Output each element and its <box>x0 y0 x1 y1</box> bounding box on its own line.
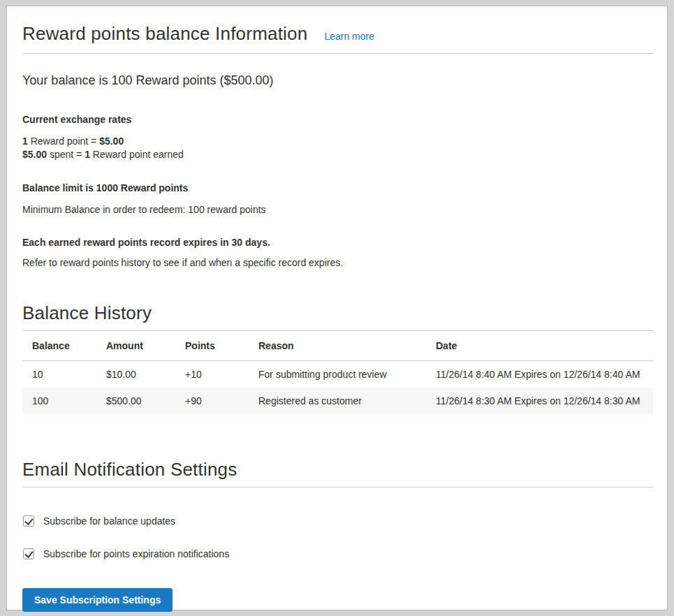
cell-amount: $500.00 <box>96 388 175 414</box>
exchange-rate-value: $5.00 <box>22 149 47 160</box>
exchange-rate-text: spent = <box>47 149 85 160</box>
column-header-amount: Amount <box>96 331 175 361</box>
cell-date: 11/26/14 8:30 AM Expires on 12/26/14 8:3… <box>426 388 653 414</box>
balance-updates-checkbox[interactable] <box>23 515 34 527</box>
exchange-rate-line-2: $5.00 spent = 1 Reward point earned <box>22 148 653 161</box>
exchange-rate-value: 1 <box>22 135 28 147</box>
exchange-rate-value: $5.00 <box>99 135 124 147</box>
balance-history-table: Balance Amount Points Reason Date 10 $10… <box>22 331 653 414</box>
minimum-balance-text: Minimum Balance in order to redeem: 100 … <box>22 204 653 215</box>
column-header-points: Points <box>175 331 249 361</box>
exchange-rates-heading: Current exchange rates <box>22 114 653 125</box>
cell-points: +90 <box>175 388 249 414</box>
cell-balance: 10 <box>22 361 96 388</box>
cell-date: 11/26/14 8:40 AM Expires on 12/26/14 8:4… <box>426 361 653 388</box>
expiration-notifications-label: Subscribe for points expiration notifica… <box>43 548 229 559</box>
balance-history-section: Balance History Balance Amount Points Re… <box>22 302 653 414</box>
column-header-date: Date <box>426 331 653 361</box>
exchange-rates-lines: 1 Reward point = $5.00 $5.00 spent = 1 R… <box>22 135 653 161</box>
save-subscription-settings-button[interactable]: Save Subscription Settings <box>22 588 173 612</box>
exchange-rate-line-1: 1 Reward point = $5.00 <box>22 135 653 148</box>
expiry-rule-text: Each earned reward points record expires… <box>22 237 653 248</box>
table-row: 10 $10.00 +10 For submitting product rev… <box>22 361 653 388</box>
balance-limit-text: Balance limit is 1000 Reward points <box>22 182 653 193</box>
balance-updates-option: Subscribe for balance updates <box>22 515 653 527</box>
expiration-notifications-option: Subscribe for points expiration notifica… <box>22 548 653 559</box>
page-header: Reward points balance Information Learn … <box>22 23 653 45</box>
exchange-rate-text: Reward point = <box>28 135 99 147</box>
balance-history-heading: Balance History <box>22 302 653 324</box>
cell-balance: 100 <box>22 388 96 414</box>
cell-reason: For submitting product review <box>249 361 426 388</box>
expiry-note-text: Refer to reward points history to see if… <box>22 257 653 268</box>
table-header-row: Balance Amount Points Reason Date <box>22 331 653 361</box>
header-divider <box>22 53 653 54</box>
learn-more-link[interactable]: Learn more <box>324 31 374 42</box>
cell-reason: Registered as customer <box>249 388 426 414</box>
exchange-rate-text: Reward point earned <box>90 149 184 160</box>
email-notification-heading: Email Notification Settings <box>22 459 653 481</box>
page-title: Reward points balance Information <box>22 23 307 45</box>
cell-amount: $10.00 <box>96 361 175 388</box>
table-row: 100 $500.00 +90 Registered as customer 1… <box>22 388 653 414</box>
balance-updates-label: Subscribe for balance updates <box>43 515 175 527</box>
reward-points-panel: Reward points balance Information Learn … <box>6 6 668 610</box>
balance-summary: Your balance is 100 Reward points ($500.… <box>22 73 653 88</box>
email-notification-section: Email Notification Settings Subscribe fo… <box>22 459 653 612</box>
email-notification-divider <box>22 487 653 487</box>
expiration-notifications-checkbox[interactable] <box>23 548 34 559</box>
column-header-balance: Balance <box>22 331 96 361</box>
cell-points: +10 <box>175 361 249 388</box>
exchange-rate-value: 1 <box>85 149 90 160</box>
column-header-reason: Reason <box>249 331 426 361</box>
